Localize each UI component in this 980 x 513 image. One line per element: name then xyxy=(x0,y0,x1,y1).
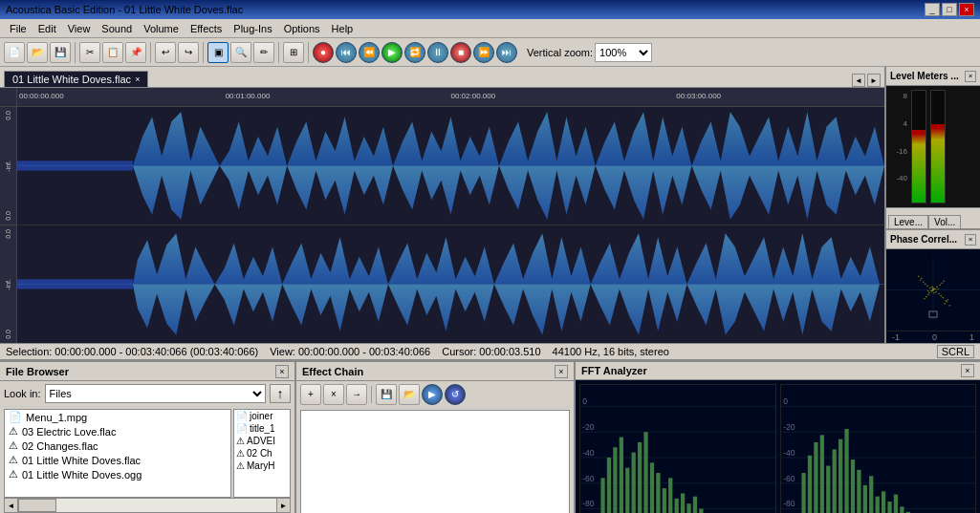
menu-view[interactable]: View xyxy=(62,21,97,36)
ec-loop-button[interactable]: ↺ xyxy=(445,384,466,405)
svg-point-10 xyxy=(938,293,940,295)
file-icon-changes: ⚠ xyxy=(9,439,18,452)
waveform-area: 01 Little White Doves.flac × ◄ ► 00:00:0… xyxy=(0,67,884,343)
open-button[interactable]: 📂 xyxy=(27,42,48,63)
forward-button[interactable]: ⏩ xyxy=(473,42,494,63)
waveform-tabs: 01 Little White Doves.flac × ◄ ► xyxy=(0,67,884,88)
file-item-joiner[interactable]: 📄joiner xyxy=(234,410,290,422)
tab-prev-button[interactable]: ◄ xyxy=(852,74,865,87)
menu-effects[interactable]: Effects xyxy=(185,21,228,36)
svg-text:-80: -80 xyxy=(783,499,795,508)
file-browser-close[interactable]: × xyxy=(275,365,289,378)
file-item-02ch[interactable]: ⚠02 Ch xyxy=(234,447,290,460)
fft-bars-left xyxy=(600,432,771,513)
play-button[interactable]: ▶ xyxy=(381,42,403,63)
menu-help[interactable]: Help xyxy=(326,21,359,36)
level-meters-close[interactable]: × xyxy=(965,71,976,82)
copy-button[interactable]: 📋 xyxy=(102,42,123,63)
cut-button[interactable]: ✂ xyxy=(79,42,100,63)
file-item-advei[interactable]: ⚠ADVEI xyxy=(234,435,290,447)
svg-point-19 xyxy=(936,287,938,289)
level-tab[interactable]: Leve... xyxy=(888,215,928,228)
record-button[interactable]: ● xyxy=(313,42,334,63)
ruler-mark-2: 00:02:00.000 xyxy=(451,92,496,100)
file-name-02ch: 02 Ch xyxy=(247,448,272,459)
svg-rect-53 xyxy=(607,458,611,513)
menu-edit[interactable]: Edit xyxy=(33,21,62,36)
pause-button[interactable]: ⏸ xyxy=(427,42,448,63)
waveform-tab[interactable]: 01 Little White Doves.flac × xyxy=(4,71,148,87)
file-item-white-doves-ogg[interactable]: ⚠ 01 Little White Doves.ogg xyxy=(5,467,230,481)
menu-volume[interactable]: Volume xyxy=(138,21,185,36)
rewind-button[interactable]: ⏪ xyxy=(359,42,380,63)
ec-move-button[interactable]: → xyxy=(346,384,367,405)
paste-button[interactable]: 📌 xyxy=(125,42,146,63)
menu-plugins[interactable]: Plug-Ins xyxy=(228,21,277,36)
svg-point-33 xyxy=(933,288,935,289)
ec-add-button[interactable]: + xyxy=(300,384,321,405)
file-item-electric[interactable]: ⚠ 03 Electric Love.flac xyxy=(5,424,230,438)
menu-file[interactable]: File xyxy=(4,21,33,36)
ec-play-button[interactable]: ▶ xyxy=(422,384,443,405)
scroll-right-button[interactable]: ► xyxy=(276,499,290,512)
menu-sound[interactable]: Sound xyxy=(96,21,138,36)
svg-rect-100 xyxy=(838,439,841,513)
svg-rect-60 xyxy=(650,462,654,513)
select-tool[interactable]: ▣ xyxy=(207,42,229,63)
file-name-white-doves: 01 Little White Doves.flac xyxy=(22,455,141,466)
vertical-zoom-label: Vertical zoom: xyxy=(527,47,593,58)
scroll-track[interactable] xyxy=(18,499,276,512)
fft-close[interactable]: × xyxy=(961,364,974,377)
redo-button[interactable]: ↪ xyxy=(178,42,199,63)
save-button[interactable]: 💾 xyxy=(50,42,71,63)
tab-close-icon[interactable]: × xyxy=(135,75,140,84)
svg-text:-20: -20 xyxy=(783,422,795,432)
zoom-tool[interactable]: 🔍 xyxy=(230,42,251,63)
level-meters-header: Level Meters ... × xyxy=(886,67,980,86)
effect-chain-close[interactable]: × xyxy=(555,365,568,378)
file-item-white-doves[interactable]: ⚠ 01 Little White Doves.flac xyxy=(5,453,230,467)
file-list-area: 📄 Menu_1.mpg ⚠ 03 Electric Love.flac ⚠ 0… xyxy=(0,407,294,498)
file-item-changes[interactable]: ⚠ 02 Changes.flac xyxy=(5,438,230,453)
status-view: View: 00:00:00.000 - 00:03:40:066 xyxy=(270,346,430,357)
play-loop-button[interactable]: 🔁 xyxy=(404,42,425,63)
tab-next-button[interactable]: ► xyxy=(867,74,881,87)
scroll-thumb[interactable] xyxy=(18,499,56,512)
file-list-right[interactable]: 📄joiner 📄title_1 ⚠ADVEI ⚠02 Ch ⚠MaryH xyxy=(233,409,291,498)
titlebar: Acoustica Basic Edition - 01 Little Whit… xyxy=(0,0,980,19)
forward-end-button[interactable]: ⏭ xyxy=(496,42,517,63)
file-item-maryh[interactable]: ⚠MaryH xyxy=(234,460,290,472)
minimize-button[interactable]: _ xyxy=(925,3,940,16)
file-item-menu1[interactable]: 📄 Menu_1.mpg xyxy=(5,410,230,424)
scroll-left-button[interactable]: ◄ xyxy=(5,499,18,512)
menu-options[interactable]: Options xyxy=(278,21,326,36)
file-list-left[interactable]: 📄 Menu_1.mpg ⚠ 03 Electric Love.flac ⚠ 0… xyxy=(4,409,231,498)
volume-tab[interactable]: Vol... xyxy=(928,215,961,228)
new-button[interactable]: 📄 xyxy=(4,42,25,63)
phase-corr-title: Phase Correl... xyxy=(890,234,965,245)
file-browser-scrollbar[interactable]: ◄ ► xyxy=(4,498,291,513)
svg-rect-65 xyxy=(681,493,685,513)
ec-open-button[interactable]: 📂 xyxy=(399,384,420,405)
stop-button[interactable]: ■ xyxy=(450,42,471,63)
vertical-zoom-select[interactable]: 100% 200% 50% xyxy=(595,43,652,62)
pencil-tool[interactable]: ✏ xyxy=(253,42,274,63)
ec-remove-button[interactable]: × xyxy=(323,384,344,405)
svg-rect-101 xyxy=(844,429,848,513)
rewind-begin-button[interactable]: ⏮ xyxy=(336,42,357,63)
effect-chain-header: Effect Chain × xyxy=(296,362,574,381)
file-icon-maryh: ⚠ xyxy=(236,460,245,471)
maximize-button[interactable]: □ xyxy=(942,3,957,16)
svg-point-14 xyxy=(942,297,944,299)
browse-up-button[interactable]: ↑ xyxy=(270,384,291,403)
phase-corr-close[interactable]: × xyxy=(965,234,976,246)
meter-left-bar xyxy=(911,90,926,203)
look-in-select[interactable]: Files xyxy=(45,384,266,403)
file-name-joiner: joiner xyxy=(250,411,272,421)
file-name-white-doves-ogg: 01 Little White Doves.ogg xyxy=(22,469,142,481)
close-button[interactable]: × xyxy=(959,3,974,16)
ec-save-button[interactable]: 💾 xyxy=(376,384,397,405)
undo-button[interactable]: ↩ xyxy=(155,42,176,63)
file-item-title1[interactable]: 📄title_1 xyxy=(234,422,290,435)
grid-button[interactable]: ⊞ xyxy=(283,42,304,63)
